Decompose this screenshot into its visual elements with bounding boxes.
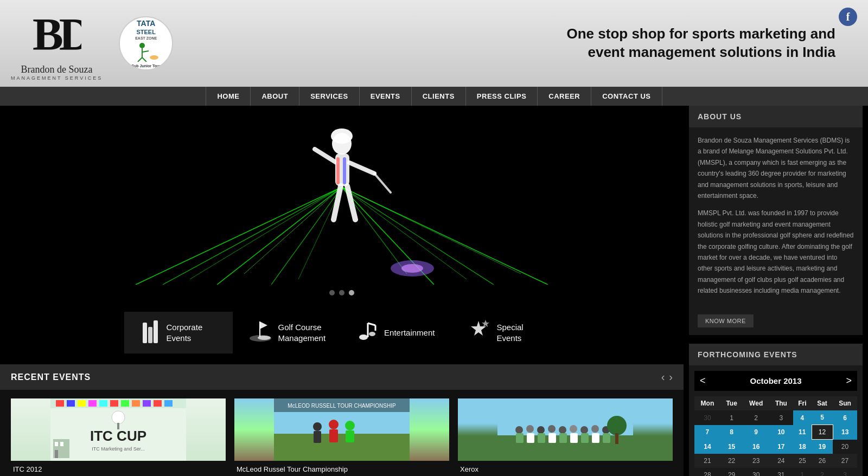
cal-header-mon: Mon [694,396,720,410]
calendar-day[interactable]: 18 [793,440,812,454]
calendar-day[interactable]: 28 [694,468,720,476]
event-card-xerox[interactable]: Xerox [458,398,673,474]
calendar-day[interactable]: 13 [833,425,857,440]
calendar-day[interactable]: 6 [833,410,857,425]
header: BD Brandon de Souza MANAGEMENT SERVICES … [0,0,868,87]
service-special-events[interactable]: SpecialEvents [451,313,559,352]
calendar-day[interactable]: 3 [833,468,857,476]
service-golf-course[interactable]: Golf CourseManagement [233,313,342,352]
calendar-day[interactable]: 15 [720,440,743,454]
calendar-day[interactable]: 11 [793,425,812,440]
calendar-day[interactable]: 30 [694,410,720,425]
calendar-day[interactable]: 24 [769,454,793,468]
service-corporate-events[interactable]: CorporateEvents [124,312,233,353]
dot-3[interactable] [349,290,354,295]
hero-dots [0,285,684,301]
svg-rect-95 [581,433,589,443]
calendar-day[interactable]: 16 [743,440,769,454]
main-content: CorporateEvents Golf CourseManagement [0,106,868,476]
entertainment-icon [358,319,378,346]
calendar-day[interactable]: 26 [812,454,833,468]
calendar-day[interactable]: 3 [769,410,793,425]
nav-press-clips[interactable]: PRESS CLIPS [466,87,538,106]
event-thumb-mcleod: McLEOD RUSSELL TOUR CHAMPIONSHIP [234,398,449,461]
svg-rect-93 [559,433,567,443]
corporate-events-label: CorporateEvents [167,322,203,343]
calendar-day[interactable]: 7 [694,425,720,440]
calendar-day[interactable]: 1 [793,468,812,476]
calendar-day[interactable]: 25 [793,454,812,468]
svg-point-80 [515,426,523,434]
svg-point-82 [537,426,545,434]
svg-point-44 [369,332,375,336]
calendar-day[interactable]: 31 [769,468,793,476]
event-card-itc[interactable]: ITC CUP ITC Marketing and Ser... ITC 201… [11,398,226,474]
facebook-icon[interactable]: f [839,8,857,26]
hero-image [0,106,684,285]
calendar-day[interactable]: 23 [743,454,769,468]
calendar-day[interactable]: 1 [720,410,743,425]
svg-rect-55 [121,400,129,407]
svg-point-83 [548,425,556,433]
about-content: Brandon de Souza Management Services (BD… [689,127,863,310]
calendar-day[interactable]: 19 [812,440,833,454]
cal-header-tue: Tue [720,396,743,410]
nav-about[interactable]: ABOUT [251,87,299,106]
event-thumb-xerox [458,398,673,461]
calendar-day[interactable]: 9 [743,425,769,440]
golf-course-label: Golf CourseManagement [278,322,326,343]
logo-area: BD Brandon de Souza MANAGEMENT SERVICES … [11,7,173,81]
svg-point-87 [591,425,599,433]
calendar-day[interactable]: 29 [720,468,743,476]
svg-rect-97 [603,433,610,443]
next-arrow[interactable]: › [669,371,673,383]
calendar-day[interactable]: 14 [694,440,720,454]
nav-home[interactable]: HOME [206,87,251,106]
event-card-mcleod[interactable]: McLEOD RUSSELL TOUR CHAMPIONSHIP McLeod … [234,398,449,474]
prev-arrow[interactable]: ‹ [661,371,665,383]
corporate-events-icon [141,317,160,348]
calendar-day[interactable]: 8 [720,425,743,440]
nav-services[interactable]: SERVICES [299,87,360,106]
cal-next-arrow[interactable]: > [846,375,852,387]
svg-rect-71 [314,431,321,443]
nav-career[interactable]: CAREER [538,87,591,106]
nav-clients[interactable]: CLIENTS [412,87,466,106]
left-panel: CorporateEvents Golf CourseManagement [0,106,684,476]
calendar-day[interactable]: 30 [743,468,769,476]
svg-rect-65 [55,442,58,446]
dot-1[interactable] [329,290,335,295]
nav-arrows: ‹ › [661,371,673,383]
laser-canvas [0,106,684,285]
service-entertainment[interactable]: Entertainment [342,313,451,352]
tagline-line1: One stop shop for sports marketing and [173,25,835,43]
calendar-day[interactable]: 22 [720,454,743,468]
know-more-button[interactable]: KNOW MORE [698,314,754,327]
svg-rect-34 [148,327,152,343]
calendar-day[interactable]: 12 [812,425,833,440]
calendar-day[interactable]: 2 [743,410,769,425]
svg-rect-54 [110,400,118,407]
calendar-day[interactable]: 2 [812,468,833,476]
nav-contact[interactable]: CONTACT US [591,87,662,106]
svg-point-98 [607,416,627,435]
calendar-day[interactable]: 27 [833,454,857,468]
svg-point-30 [331,128,353,144]
calendar-day[interactable]: 5 [812,410,833,425]
calendar-day[interactable]: 17 [769,440,793,454]
about-section: ABOUT US Brandon de Souza Management Ser… [689,106,863,335]
calendar-day[interactable]: 21 [694,454,720,468]
calendar-header: < October 2013 > [694,371,857,391]
event-name-mcleod: McLeod Russel Tour Championship [234,465,449,474]
svg-line-6 [142,57,146,62]
calendar-day[interactable]: 10 [769,425,793,440]
calendar-day[interactable]: 20 [833,440,857,454]
services-row: CorporateEvents Golf CourseManagement [0,301,684,364]
nav-events[interactable]: EVENTS [360,87,412,106]
cal-prev-arrow[interactable]: < [700,375,706,387]
cal-header-sun: Sun [833,396,857,410]
svg-point-86 [580,426,588,434]
dot-2[interactable] [339,290,344,295]
calendar-day[interactable]: 4 [793,410,812,425]
svg-rect-35 [154,320,158,343]
